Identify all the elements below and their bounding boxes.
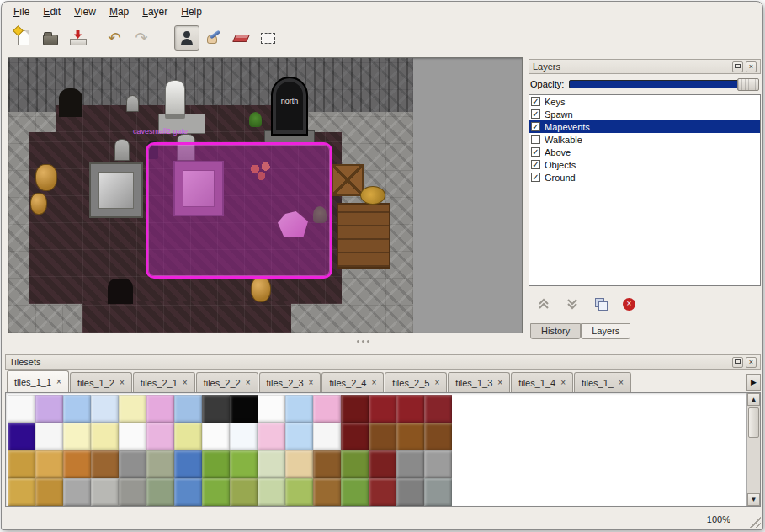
eraser-tool-button[interactable]: [228, 25, 253, 51]
tileset-tile[interactable]: [174, 450, 202, 478]
tileset-tile[interactable]: [424, 395, 452, 423]
tileset-tab[interactable]: tiles_2_1×: [133, 372, 195, 392]
tileset-tile[interactable]: [230, 423, 258, 450]
tileset-tile[interactable]: [369, 450, 396, 478]
scroll-up-button[interactable]: ▲: [747, 393, 760, 406]
layer-checkbox[interactable]: ✓: [531, 97, 540, 106]
close-icon[interactable]: ×: [497, 379, 502, 387]
close-icon[interactable]: ×: [434, 379, 439, 387]
new-file-button[interactable]: [11, 25, 36, 51]
menu-map[interactable]: Map: [103, 3, 135, 20]
tileset-tile[interactable]: [8, 423, 35, 450]
tileset-tab[interactable]: tiles_2_4×: [321, 372, 384, 392]
menu-help[interactable]: Help: [174, 3, 209, 20]
layer-checkbox[interactable]: [531, 135, 540, 144]
redo-button[interactable]: ↷: [129, 25, 154, 51]
menu-layer[interactable]: Layer: [135, 3, 174, 20]
tileset-tile[interactable]: [230, 450, 258, 478]
tileset-tile[interactable]: [119, 450, 146, 478]
tileset-tile[interactable]: [202, 423, 230, 450]
tileset-tile[interactable]: [285, 395, 313, 423]
close-icon[interactable]: ×: [372, 379, 377, 387]
dock-float-button[interactable]: [732, 61, 743, 72]
duplicate-layer-button[interactable]: [594, 297, 608, 311]
close-icon[interactable]: ×: [120, 379, 125, 387]
layer-checkbox[interactable]: ✓: [531, 160, 540, 169]
dock-close-button[interactable]: ×: [746, 357, 757, 368]
tileset-tile[interactable]: [285, 478, 313, 506]
delete-layer-button[interactable]: ×: [623, 298, 635, 311]
stamp-tool-button[interactable]: [174, 25, 199, 51]
tileset-tile[interactable]: [35, 478, 63, 506]
tileset-tile[interactable]: [146, 423, 174, 450]
tileset-tile[interactable]: [8, 478, 35, 506]
menu-view[interactable]: View: [67, 3, 103, 20]
close-icon[interactable]: ×: [246, 379, 251, 387]
tileset-tile[interactable]: [91, 478, 119, 506]
dock-float-button[interactable]: [732, 357, 743, 368]
tileset-tile[interactable]: [91, 450, 119, 478]
tileset-tile[interactable]: [174, 395, 202, 423]
tileset-tile[interactable]: [396, 478, 424, 506]
tileset-tile[interactable]: [230, 395, 258, 423]
menu-file[interactable]: File: [7, 3, 36, 20]
tileset-tile[interactable]: [341, 450, 369, 478]
tileset-tile[interactable]: [146, 450, 174, 478]
layer-checkbox[interactable]: ✓: [531, 122, 540, 131]
layer-row-walkable[interactable]: Walkable: [529, 133, 760, 146]
menu-edit[interactable]: Edit: [36, 3, 67, 20]
tileset-tile[interactable]: [146, 478, 174, 506]
opacity-slider[interactable]: [569, 80, 759, 88]
layer-row-ground[interactable]: ✓Ground: [529, 171, 760, 184]
fill-tool-button[interactable]: [201, 25, 226, 51]
tileset-tile[interactable]: [119, 423, 146, 450]
tileset-tile[interactable]: [202, 450, 230, 478]
map-viewport[interactable]: north cavesmall2 gate: [8, 57, 523, 333]
tileset-tile[interactable]: [396, 395, 424, 423]
open-file-button[interactable]: [38, 25, 63, 51]
tileset-tile[interactable]: [230, 478, 258, 506]
layer-row-mapevents[interactable]: ✓Mapevents: [529, 120, 760, 133]
select-tool-button[interactable]: [255, 25, 280, 51]
tab-scroll-right-button[interactable]: ▶: [746, 374, 761, 391]
tileset-tile[interactable]: [8, 450, 35, 478]
tileset-tab[interactable]: tiles_1_4×: [511, 372, 573, 392]
tileset-tile[interactable]: [313, 478, 341, 506]
dock-close-button[interactable]: ×: [746, 61, 757, 72]
tileset-tile[interactable]: [369, 423, 396, 450]
tileset-tile[interactable]: [35, 450, 63, 478]
selection-rectangle[interactable]: [146, 142, 332, 279]
opacity-slider-handle[interactable]: [737, 78, 759, 91]
tileset-tile[interactable]: [63, 450, 91, 478]
tileset-tab[interactable]: tiles_1_3×: [448, 372, 510, 392]
layer-row-above[interactable]: ✓Above: [529, 146, 760, 158]
tileset-tile[interactable]: [341, 395, 369, 423]
tileset-tile[interactable]: [119, 395, 146, 423]
undo-button[interactable]: ↶: [102, 25, 127, 51]
tileset-tile[interactable]: [341, 423, 369, 450]
tileset-tile[interactable]: [202, 478, 230, 506]
tileset-tile[interactable]: [424, 478, 452, 506]
tileset-tile[interactable]: [91, 423, 119, 450]
tileset-tile[interactable]: [91, 395, 119, 423]
tileset-tile[interactable]: [424, 450, 452, 478]
tileset-tile[interactable]: [174, 423, 202, 450]
tileset-tile[interactable]: [369, 478, 396, 506]
tileset-tile[interactable]: [258, 395, 285, 423]
lower-layer-button[interactable]: [566, 298, 579, 310]
raise-layer-button[interactable]: [537, 298, 550, 310]
tileset-tile[interactable]: [119, 478, 146, 506]
tileset-tile[interactable]: [369, 395, 396, 423]
tileset-tile[interactable]: [35, 395, 63, 423]
tileset-tab[interactable]: tiles_1_1×: [7, 370, 69, 392]
tileset-tile[interactable]: [258, 478, 285, 506]
tileset-tile[interactable]: [424, 423, 452, 450]
layer-checkbox[interactable]: ✓: [531, 147, 540, 157]
tileset-tab[interactable]: tiles_1_2×: [70, 372, 132, 392]
tileset-tile[interactable]: [63, 423, 91, 450]
close-icon[interactable]: ×: [560, 379, 566, 387]
tileset-tile[interactable]: [258, 450, 285, 478]
tileset-tile[interactable]: [174, 478, 202, 506]
tileset-tile[interactable]: [285, 423, 313, 450]
tileset-tile[interactable]: [285, 450, 313, 478]
